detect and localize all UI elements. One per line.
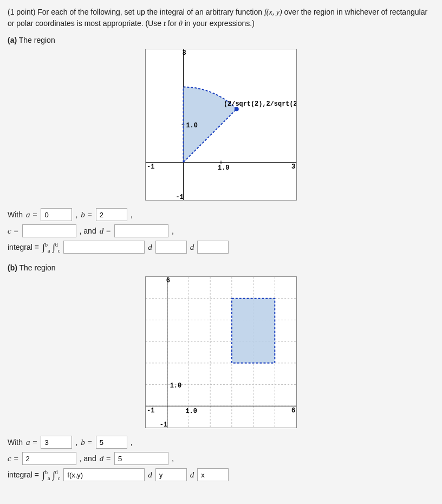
part-a-graph: (2/sqrt(2),2/sqrt(2)) 1.0 1.0 3 3 -1 -1 [145,49,297,201]
svg-text:6: 6 [166,277,170,285]
points-prefix: (1 point) [8,8,37,16]
part-a-b-input[interactable] [96,208,127,221]
svg-text:-1: -1 [176,193,184,201]
b-label: b = [81,438,92,447]
part-a-dvar2-input[interactable] [197,241,229,254]
part-a-ab-row: With a = , b = , [8,208,434,221]
c-label: c = [8,454,19,463]
part-a-a-input[interactable] [41,208,72,221]
comma: , [172,454,174,463]
double-integral-icon: ∫ba ∫dc [42,242,60,253]
part-b-dvar2-input[interactable] [197,468,229,481]
part-b-label: (b) The region [8,263,434,272]
svg-text:6: 6 [291,407,295,415]
svg-text:1.0: 1.0 [218,164,229,172]
svg-text:1.0: 1.0 [185,408,197,415]
part-b-a-input[interactable] [41,436,72,449]
part-b-d-input[interactable] [114,452,168,465]
svg-text:3: 3 [291,163,295,171]
part-a-integral-row: integral = ∫ba ∫dc d d [8,241,434,254]
part-b-graph: 1.0 1.0 6 6 -1 -1 [145,276,297,428]
and-text: , and [80,454,96,463]
svg-text:-1: -1 [147,163,154,171]
part-a-cd-row: c = , and d = , [8,224,434,237]
part-b-dvar1-input[interactable] [155,468,187,481]
and-text: , and [80,227,96,235]
svg-text:-1: -1 [147,407,154,415]
integral-word: integral = [8,243,39,251]
part-a-c-input[interactable] [22,224,76,237]
part-b-cd-row: c = , and d = , [8,452,434,465]
svg-text:3: 3 [183,49,186,57]
b-label: b = [81,210,92,219]
c-label: c = [8,227,19,236]
d-label: d = [100,454,111,463]
part-b-c-input[interactable] [22,452,76,465]
comma: , [172,227,174,235]
question-prompt: (1 point) For each of the following, set… [8,7,434,29]
prompt-text-4: in your expressions.) [183,19,255,28]
svg-text:1.0: 1.0 [170,382,181,390]
part-a-label: (a) The region [8,36,434,44]
prompt-func: f(x, y) [264,8,282,16]
svg-text:-1: -1 [160,421,167,428]
d-symbol: d [190,470,194,480]
d-symbol: d [148,243,152,252]
part-a-dvar1-input[interactable] [155,241,187,254]
part-b-b-input[interactable] [96,436,127,449]
part-a-integrand-input[interactable] [63,241,145,254]
svg-rect-25 [232,299,275,363]
point-label: (2/sqrt(2),2/sqrt(2)) [224,100,297,108]
double-integral-icon: ∫ba ∫dc [42,469,60,481]
prompt-text-1: For each of the following, set up the in… [37,8,264,16]
a-label: a = [26,210,37,219]
part-b-integrand-input[interactable] [63,468,145,481]
d-symbol: d [190,243,194,252]
svg-text:1.0: 1.0 [186,122,197,130]
d-symbol: d [148,470,152,480]
prompt-text-3: for [166,19,179,28]
d-label: d = [100,227,111,236]
prompt-theta: θ [179,20,183,28]
comma: , [131,210,133,219]
part-b-integral-row: integral = ∫ba ∫dc d d [8,468,434,481]
part-b-ab-row: With a = , b = , [8,436,434,449]
part-a-d-input[interactable] [114,224,168,237]
a-label: a = [26,438,37,447]
integral-word: integral = [8,470,39,479]
comma: , [131,438,133,447]
